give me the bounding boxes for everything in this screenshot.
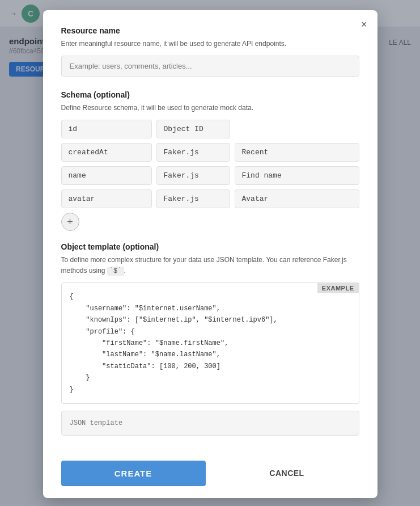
schema-field-avatar-name: avatar — [61, 189, 152, 208]
schema-row-name: name Faker.js Find name — [61, 166, 359, 185]
resource-name-title: Resource name — [61, 26, 359, 35]
schema-row-id: id Object ID — [61, 120, 359, 138]
schema-desc: Define Resource schema, it will be used … — [61, 103, 359, 113]
json-template-box: EXAMPLE { "username": "$internet.userNam… — [61, 282, 359, 404]
schema-section: Schema (optional) Define Resource schema… — [61, 90, 359, 231]
modal-dialog: × Resource name Enter meaningful resourc… — [43, 10, 377, 498]
template-section: Object template (optional) To define mor… — [61, 242, 359, 449]
modal-overlay: × Resource name Enter meaningful resourc… — [0, 0, 420, 506]
schema-field-id-type: Object ID — [156, 120, 230, 138]
create-button[interactable]: CREATE — [61, 461, 206, 486]
schema-field-createdat-method: Recent — [235, 143, 359, 162]
schema-field-name-name: name — [61, 166, 152, 185]
schema-field-id-name: id — [61, 120, 152, 138]
schema-field-createdat-name: createdAt — [61, 143, 152, 162]
schema-field-avatar-type: Faker.js — [156, 189, 230, 208]
schema-field-name-method: Find name — [235, 166, 359, 185]
close-button[interactable]: × — [361, 19, 367, 29]
resource-name-input[interactable] — [61, 56, 359, 77]
schema-field-createdat-type: Faker.js — [156, 143, 230, 162]
schema-field-avatar-method: Avatar — [235, 189, 359, 208]
add-field-button[interactable]: + — [61, 213, 79, 231]
example-badge: EXAMPLE — [317, 283, 359, 293]
json-example-code: { "username": "$internet.userName", "kno… — [62, 283, 359, 403]
schema-row-avatar: avatar Faker.js Avatar — [61, 189, 359, 208]
json-template-input[interactable] — [61, 411, 359, 436]
template-title: Object template (optional) — [61, 242, 359, 251]
schema-title: Schema (optional) — [61, 90, 359, 99]
resource-name-desc: Enter meaningful resource name, it will … — [61, 39, 359, 49]
cancel-button[interactable]: CANCEL — [215, 461, 359, 486]
schema-row-createdat: createdAt Faker.js Recent — [61, 143, 359, 162]
template-desc: To define more complex structure for you… — [61, 255, 359, 277]
modal-actions: CREATE CANCEL — [61, 461, 359, 486]
schema-field-name-type: Faker.js — [156, 166, 230, 185]
